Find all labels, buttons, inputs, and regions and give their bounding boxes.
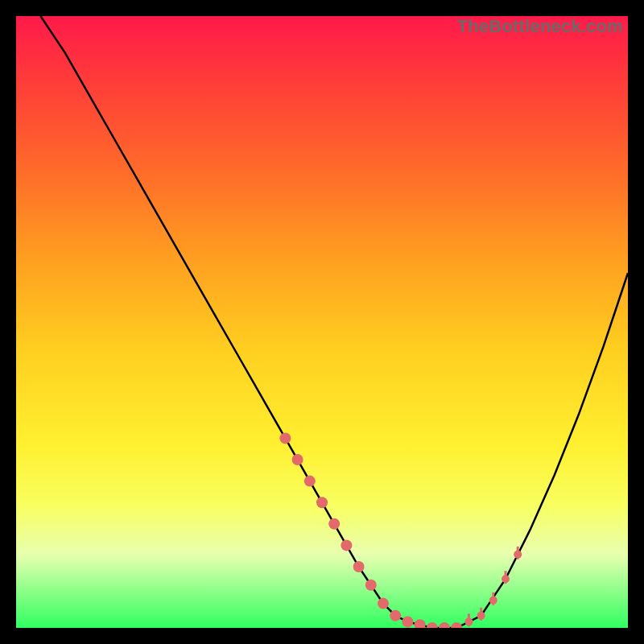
markers-left-descent bbox=[279, 432, 389, 609]
plot-area: TheBottleneck.com bbox=[16, 16, 628, 628]
marker-dot bbox=[451, 622, 462, 628]
marker-dot bbox=[341, 539, 352, 551]
marker-dot bbox=[514, 551, 522, 559]
marker-dot bbox=[489, 597, 497, 605]
marker-dot bbox=[439, 622, 450, 628]
marker-dot bbox=[279, 432, 291, 444]
marker-dot bbox=[415, 619, 426, 628]
marker-dot bbox=[477, 612, 485, 620]
marker-dot bbox=[502, 575, 510, 583]
markers-right-ascent-ticks bbox=[464, 547, 522, 627]
chart-canvas: TheBottleneck.com bbox=[0, 0, 644, 644]
marker-dot bbox=[464, 617, 473, 625]
marker-dot bbox=[365, 580, 377, 591]
marker-dot bbox=[292, 454, 303, 465]
marker-dot bbox=[353, 561, 365, 572]
marker-dot bbox=[328, 518, 340, 530]
marker-dot bbox=[316, 497, 328, 508]
marker-dot bbox=[427, 622, 438, 628]
marker-dot bbox=[390, 610, 401, 621]
marker-dot bbox=[378, 598, 389, 609]
marker-dot bbox=[402, 616, 413, 627]
bottleneck-curve-path bbox=[40, 16, 628, 628]
marker-dot bbox=[304, 476, 316, 487]
curve-svg bbox=[16, 16, 628, 628]
